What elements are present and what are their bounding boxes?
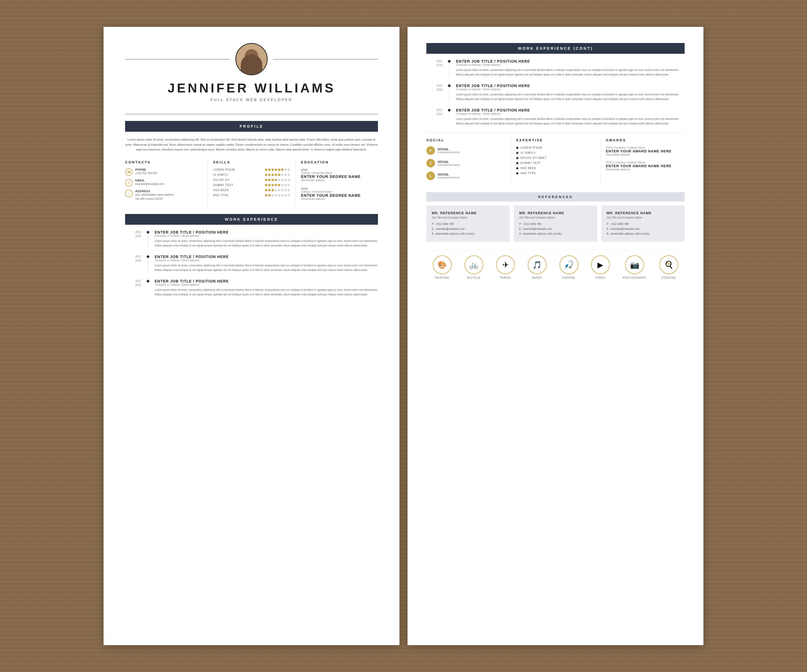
work-desc: Lorem ipsum dolor sit amet, consectetur … (154, 288, 378, 297)
education-item: 2018 College / University Name ENTER YOU… (301, 187, 378, 200)
award-year: 2018 | Company / Institute Name (606, 161, 685, 164)
work-company: Company or Institute | Street address (154, 259, 378, 262)
skill-dot-empty (287, 169, 290, 171)
work-year-end: 2016 (427, 88, 443, 92)
hobby-item: ▶ VIDEO (591, 255, 610, 279)
resume-page-1: JENNIFER WILLIAMS FULL STACK WEB DEVELOP… (104, 27, 400, 645)
skill-dot-empty (281, 174, 284, 176)
skill-name: AND TYPE (213, 194, 229, 197)
expertise-dot (516, 147, 518, 149)
expertise-title: EXPERTISE (516, 138, 595, 142)
ref-name: MR. REFERENCE NAME (519, 211, 592, 215)
skill-dot-filled (275, 174, 277, 176)
skill-dot-empty (278, 179, 280, 181)
work-year-end: 2016 (427, 63, 443, 67)
skill-dot-empty (281, 194, 284, 197)
references-cards: MR. REFERENCE NAME Job Title and Company… (427, 206, 685, 242)
contact-phone: ☎ PHONE +123 456 789 000 (125, 168, 202, 176)
hobby-item: 🍳 COOKING (659, 255, 678, 279)
award-name: ENTER YOUR AWARD NAME HERE (606, 149, 685, 153)
ref-contact: P : +012 3456 789E : example@example.com… (432, 222, 504, 236)
edu-year: 2018 (301, 168, 378, 172)
social-label: SOCIAL (438, 147, 460, 151)
skill-dot-filled (268, 174, 271, 176)
hobby-icon: 🍳 (659, 255, 678, 274)
work-job-title: ENTER JOB TITLE / POSITION HERE (154, 230, 378, 234)
hobby-label: MUSIC (532, 276, 542, 279)
skill-dot-filled (265, 194, 267, 197)
skill-dots (265, 194, 290, 197)
reference-card: MR. REFERENCE NAME Job Title and Company… (514, 206, 597, 242)
header-line-right (273, 59, 378, 60)
award-item: 2018 | Company / Institute Name ENTER YO… (606, 161, 685, 171)
skill-dots (265, 184, 290, 186)
expertise-dot (516, 167, 518, 169)
skill-dot-filled (268, 189, 271, 191)
work-year-end: 2016 (125, 258, 141, 263)
hobby-label: PHOTOGRAPHY (623, 276, 647, 279)
edu-address: Street/state address (301, 179, 378, 182)
expertise-item: DOLOR SIT AMET (516, 156, 595, 159)
work-content: ENTER JOB TITLE / POSITION HERE Company … (456, 108, 685, 126)
work-year-end: 2016 (125, 283, 141, 287)
skill-dot-filled (271, 169, 274, 171)
award-name: ENTER YOUR AWARD NAME HERE (606, 164, 685, 168)
work-dot-col (145, 230, 151, 248)
address-value: your street/states name addresscity with… (135, 193, 174, 201)
skill-dot-empty (287, 189, 290, 191)
phone-label: PHONE (135, 168, 157, 171)
skill-row: DUMMY TEXT (213, 184, 290, 187)
skill-dot-filled (275, 169, 277, 171)
hobby-label: COOKING (661, 276, 676, 279)
work-line (148, 234, 148, 248)
work-line (148, 259, 148, 272)
skill-dot-empty (284, 179, 287, 181)
header-line-container (125, 43, 378, 75)
hobby-label: PAINTING (435, 276, 450, 279)
skill-dots (265, 169, 290, 171)
page1-header: JENNIFER WILLIAMS FULL STACK WEB DEVELOP… (104, 27, 400, 110)
profile-section: PROFILE Lorem ipsum dolor sit amet, cons… (104, 121, 400, 160)
work-dot (147, 255, 149, 258)
work-dot-col (447, 84, 452, 101)
phone-icon: ☎ (125, 168, 133, 176)
expertise-dot (516, 152, 518, 154)
profile-section-header: PROFILE (125, 121, 378, 132)
work-line (449, 63, 450, 77)
hobby-icon: 🎵 (528, 255, 546, 274)
work-company: Company or Institute | Street address (456, 113, 685, 115)
avatar-silhouette (241, 54, 262, 75)
work-year-col: 2012 2016 (125, 255, 141, 272)
social-label: SOCIAL (438, 173, 460, 176)
skill-name: DOLOR SIT (213, 179, 230, 181)
work-experience-section: WORK EXPERIENCE 2012 2016 ENTER JOB TITL… (104, 214, 400, 297)
education-title: EDUCATION (301, 160, 378, 164)
skill-dot-filled (281, 169, 284, 171)
awards-column: AWARDS 2018 | Company / Institute Name E… (600, 138, 685, 184)
work-job-title: ENTER JOB TITLE / POSITION HERE (456, 59, 685, 63)
contacts-column: CONTACTS ☎ PHONE +123 456 789 000 ✉ EMAI… (125, 160, 208, 206)
work-company: Company or Institute | Street address (154, 234, 378, 237)
email-label: EMAIL (135, 179, 164, 182)
skill-dot-filled (265, 169, 267, 171)
skill-dot-empty (278, 194, 280, 197)
section-divider (427, 132, 685, 133)
skill-dot-empty (278, 189, 280, 191)
work-company: Company or Institute | Street address (154, 283, 378, 286)
skill-dot-empty (287, 184, 290, 186)
page2-content: WORK EXPERIENCE (CONT) 2012 2016 ENTER J… (407, 27, 703, 287)
ref-jobtitle: Job Title and Company Name (519, 216, 592, 219)
expertise-item: DUMMY TEXT (516, 162, 595, 164)
expertise-dot (516, 157, 518, 159)
work-year-col: 2012 2016 (427, 108, 443, 126)
work-item: 2012 2016 ENTER JOB TITLE / POSITION HER… (125, 255, 378, 272)
skill-dots (265, 174, 290, 176)
ref-contact: P : +012 3456 789E : example@example.com… (606, 222, 679, 236)
hobby-item: ✈ TRAVEL (496, 255, 515, 279)
education-item: 2018 College / University Name ENTER YOU… (301, 168, 378, 182)
expertise-item: LOREM IPSUM (516, 146, 595, 149)
work-company: Company or Institute | Street address (456, 88, 685, 91)
work-experience-cont-header: WORK EXPERIENCE (CONT) (427, 43, 685, 54)
hobby-icon: ▶ (591, 255, 610, 274)
ref-name: MR. REFERENCE NAME (432, 211, 504, 215)
